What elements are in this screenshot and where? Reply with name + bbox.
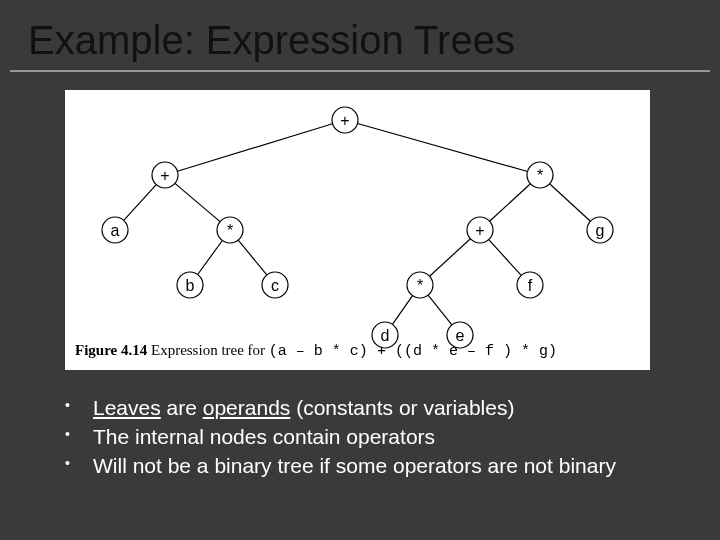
tree-node-label: * xyxy=(537,167,543,184)
title-underline xyxy=(10,70,710,72)
figure-caption: Figure 4.14 Expression tree for (a – b *… xyxy=(75,342,557,360)
tree-node-label: f xyxy=(528,277,533,294)
list-item: •Leaves are operands (constants or varia… xyxy=(65,395,665,422)
tree-node-label: g xyxy=(596,222,605,239)
figure-expression: (a – b * c) + ((d * e – f ) * g) xyxy=(269,343,557,360)
bullet-text: Will not be a binary tree if some operat… xyxy=(93,453,665,480)
list-item: •Will not be a binary tree if some opera… xyxy=(65,453,665,480)
tree-edge xyxy=(392,296,412,325)
tree-edge xyxy=(177,124,332,171)
tree-edge xyxy=(124,185,157,221)
tree-node-label: a xyxy=(111,222,120,239)
tree-node-label: + xyxy=(160,167,169,184)
tree-edge xyxy=(550,184,591,221)
tree-edge xyxy=(198,241,223,275)
tree-edge xyxy=(489,240,522,276)
tree-node-label: + xyxy=(340,112,349,129)
bullet-text: The internal nodes contain operators xyxy=(93,424,665,451)
tree-edge xyxy=(428,295,452,325)
tree-edge xyxy=(238,240,267,275)
page-title: Example: Expression Trees xyxy=(28,18,515,63)
tree-node-label: d xyxy=(381,327,390,344)
figure-caption-text: Expression tree for xyxy=(151,342,265,358)
figure-panel: ++*a*+gbc*fde Figure 4.14 Expression tre… xyxy=(65,90,650,370)
bullet-dot-icon: • xyxy=(65,453,93,473)
tree-node-label: * xyxy=(227,222,233,239)
bullet-dot-icon: • xyxy=(65,395,93,415)
tree-node-label: c xyxy=(271,277,279,294)
tree-node-label: + xyxy=(475,222,484,239)
tree-edge xyxy=(430,239,471,276)
figure-number: Figure 4.14 xyxy=(75,342,147,358)
tree-edge xyxy=(490,184,531,221)
tree-edge xyxy=(358,124,528,172)
tree-node-label: b xyxy=(186,277,195,294)
tree-node-label: e xyxy=(456,327,465,344)
bullet-list: •Leaves are operands (constants or varia… xyxy=(65,395,665,482)
tree-edge xyxy=(175,183,220,221)
expression-tree-diagram: ++*a*+gbc*fde xyxy=(65,90,650,355)
tree-node-label: * xyxy=(417,277,423,294)
bullet-text: Leaves are operands (constants or variab… xyxy=(93,395,665,422)
list-item: •The internal nodes contain operators xyxy=(65,424,665,451)
bullet-dot-icon: • xyxy=(65,424,93,444)
